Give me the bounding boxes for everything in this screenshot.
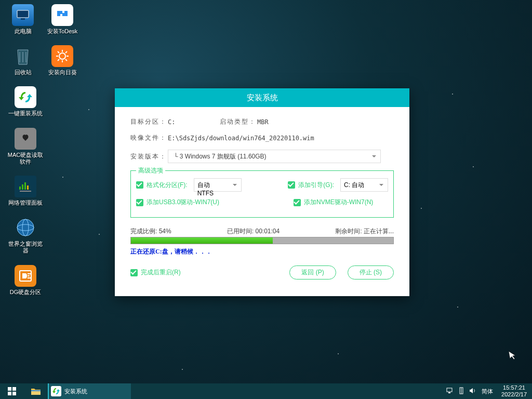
network-tray-icon[interactable] xyxy=(446,388,454,395)
svg-rect-31 xyxy=(448,392,450,393)
mac-disk-icon xyxy=(15,128,36,150)
window-title: 安装系统 xyxy=(115,88,409,107)
install-version-value: └ 3 Windows 7 旗舰版 (11.60GB) xyxy=(174,153,267,160)
restart-after-checkbox[interactable] xyxy=(130,269,138,276)
icon-label: 安装向日葵 xyxy=(48,69,77,76)
svg-rect-26 xyxy=(8,392,11,395)
desktop-todesk[interactable]: 安装ToDesk xyxy=(47,4,78,35)
svg-rect-4 xyxy=(24,182,26,190)
add-boot-label: 添加引导(G): xyxy=(298,181,334,190)
target-partition-value: C: xyxy=(168,118,220,126)
explorer-button[interactable] xyxy=(24,383,48,399)
image-file-row: 映像文件： E:\SdsZjds/download/win764_2022011… xyxy=(130,134,394,142)
usb3-driver-label: 添加USB3.0驱动-WIN7(U) xyxy=(147,198,219,207)
desktop-sunlogin[interactable]: 安装向日葵 xyxy=(47,45,78,76)
sunlogin-icon xyxy=(51,45,73,67)
progress-bar xyxy=(130,237,394,244)
usb3-driver-checkbox[interactable] xyxy=(136,199,143,206)
target-partition-label: 目标分区： xyxy=(130,117,168,126)
installer-window: 安装系统 目标分区： C: 启动类型： MBR 映像文件： E:\SdsZjds… xyxy=(115,88,409,296)
image-file-value: E:\SdsZjds/download/win764_20220110.wim xyxy=(168,135,314,142)
advanced-options: 高级选项 格式化分区(F): 自动 NTFS 添加引导(G): C: 自动 添加… xyxy=(130,170,394,218)
clock-time: 15:57:21 xyxy=(501,384,527,391)
volume-tray-icon[interactable] xyxy=(469,388,476,395)
desktop-diskgenius[interactable]: DG硬盘分区 xyxy=(7,265,44,296)
restart-after-label: 完成后重启(R) xyxy=(141,268,181,277)
svg-rect-6 xyxy=(20,191,31,192)
desktop-mac-disk[interactable]: MAC硬盘读取软件 xyxy=(7,128,44,165)
progress-fill xyxy=(131,237,273,244)
icon-label: 世界之窗浏览器 xyxy=(7,241,44,254)
add-boot-select[interactable]: C: 自动 xyxy=(340,178,388,192)
clock[interactable]: 15:57:21 2022/2/17 xyxy=(498,384,530,398)
boot-type-label: 启动类型： xyxy=(220,117,257,126)
install-version-label: 安装版本： xyxy=(130,152,168,161)
image-file-label: 映像文件： xyxy=(130,134,168,142)
device-tray-icon[interactable] xyxy=(459,387,464,395)
back-button[interactable]: 返回 (P) xyxy=(289,265,336,280)
system-tray: 简体 15:57:21 2022/2/17 xyxy=(446,384,532,398)
progress-percent-label: 完成比例: xyxy=(130,228,157,235)
svg-rect-5 xyxy=(27,185,29,190)
todesk-icon xyxy=(51,4,73,26)
svg-line-22 xyxy=(65,51,67,53)
browser-icon xyxy=(15,217,36,238)
format-partition-checkbox[interactable] xyxy=(136,181,143,189)
nvme-driver-label: 添加NVME驱动-WIN7(N) xyxy=(304,198,385,207)
icon-label: 一键重装系统 xyxy=(8,110,43,117)
reinstall-icon xyxy=(15,86,36,108)
icon-label: DG硬盘分区 xyxy=(10,289,42,296)
format-partition-label: 格式化分区(F): xyxy=(147,181,188,190)
icon-label: MAC硬盘读取软件 xyxy=(7,152,44,165)
task-icon xyxy=(51,386,61,396)
svg-rect-30 xyxy=(447,388,452,392)
taskbar: 安装系统 简体 15:57:21 2022/2/17 xyxy=(0,383,532,399)
boot-type-value: MBR xyxy=(257,118,269,126)
svg-line-21 xyxy=(65,59,67,61)
install-version-select[interactable]: └ 3 Windows 7 旗舰版 (11.60GB) xyxy=(168,150,381,163)
ime-indicator[interactable]: 简体 xyxy=(482,388,493,395)
install-version-row: 安装版本： └ 3 Windows 7 旗舰版 (11.60GB) xyxy=(130,150,394,163)
progress-info: 完成比例: 54% 已用时间: 00:01:04 剩余时间: 正在计算... xyxy=(130,227,394,236)
advanced-options-title: 高级选项 xyxy=(136,166,165,175)
svg-point-15 xyxy=(59,53,65,59)
icon-label: 此电脑 xyxy=(15,28,32,35)
svg-rect-13 xyxy=(28,275,30,276)
target-partition-row: 目标分区： C: 启动类型： MBR xyxy=(130,117,394,126)
status-text: 正在还原C:盘，请稍候．．． xyxy=(130,247,394,256)
desktop-recycle-bin[interactable]: 回收站 xyxy=(7,45,38,76)
windows-icon xyxy=(8,387,16,395)
progress-elapsed-value: 00:01:04 xyxy=(255,228,280,235)
add-boot-checkbox[interactable] xyxy=(288,181,295,189)
svg-rect-3 xyxy=(22,184,23,190)
svg-rect-14 xyxy=(28,277,31,278)
taskbar-task-installer[interactable]: 安装系统 xyxy=(48,383,131,399)
format-fs-select[interactable]: 自动 NTFS xyxy=(194,178,242,192)
svg-rect-29 xyxy=(31,390,41,391)
svg-rect-12 xyxy=(28,273,31,274)
format-fs-value: 自动 NTFS xyxy=(197,181,214,197)
svg-rect-0 xyxy=(17,10,29,18)
progress-remain-value: 正在计算... xyxy=(364,228,394,235)
svg-line-20 xyxy=(58,51,59,53)
svg-rect-25 xyxy=(12,387,16,391)
icon-label: 安装ToDesk xyxy=(47,28,78,35)
desktop-network-panel[interactable]: 网络管理面板 xyxy=(7,176,44,206)
svg-line-23 xyxy=(58,59,59,61)
icon-label: 回收站 xyxy=(15,69,32,76)
add-boot-value: C: 自动 xyxy=(344,181,364,189)
desktop-reinstall[interactable]: 一键重装系统 xyxy=(7,86,44,117)
icon-label: 网络管理面板 xyxy=(8,200,43,206)
progress-remain-label: 剩余时间: xyxy=(335,228,362,235)
nvme-driver-checkbox[interactable] xyxy=(294,199,301,206)
svg-rect-24 xyxy=(8,387,11,391)
svg-rect-2 xyxy=(19,187,21,190)
folder-icon xyxy=(31,387,41,395)
recycle-icon xyxy=(12,45,34,67)
desktop-theworld-browser[interactable]: 世界之窗浏览器 xyxy=(7,217,44,254)
network-icon xyxy=(15,176,36,197)
desktop-this-pc[interactable]: 此电脑 xyxy=(7,4,38,35)
start-button[interactable] xyxy=(0,383,24,399)
svg-rect-27 xyxy=(12,392,16,395)
stop-button[interactable]: 停止 (S) xyxy=(348,265,394,280)
